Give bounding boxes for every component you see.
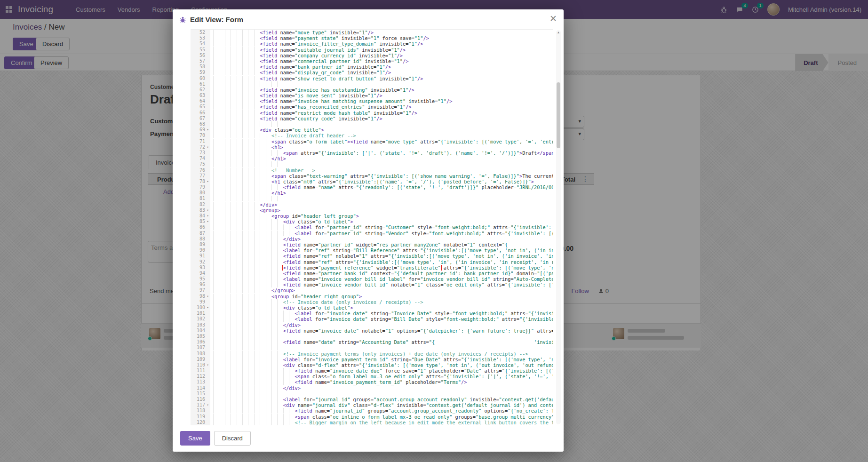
code-line[interactable]: 59▾ <field name="display_qr_code" invisi… — [191, 70, 553, 75]
line-number: 83▾ — [191, 207, 210, 213]
fold-icon[interactable]: ▾ — [205, 213, 210, 219]
code-line[interactable]: 74▾ </h1> — [191, 156, 553, 161]
code-line[interactable]: 101▾ <label for="invoice_date" string="I… — [191, 311, 553, 316]
code-line[interactable]: 104▾ <field name="invoice_date" nolabel=… — [191, 328, 553, 334]
fold-icon[interactable]: ▾ — [205, 402, 210, 408]
code-line[interactable]: 102▾ <label for="invoice_date" string="B… — [191, 316, 553, 322]
code-line[interactable]: 86▾ <label for="partner_id" string="Cust… — [191, 224, 553, 230]
code-line[interactable]: 77▾ <span class="text-warning" attrs="{'… — [191, 173, 553, 179]
fold-icon[interactable]: ▾ — [205, 207, 210, 213]
editor-scrollbar[interactable]: ▲ — [556, 30, 561, 424]
code-line[interactable]: 89▾ <field name="partner_id" widget="res… — [191, 242, 553, 247]
code-line[interactable]: 63▾ <field name="is_move_sent" invisible… — [191, 93, 553, 98]
code-line[interactable]: 88▾ </div> — [191, 236, 553, 242]
code-line[interactable]: 79▾ <field name="name" attrs="{'readonly… — [191, 184, 553, 190]
fold-icon[interactable]: ▾ — [205, 305, 210, 311]
fold-icon[interactable]: ▾ — [205, 362, 210, 368]
code-line[interactable]: 112▾ <span class="o_form_label mx-3 oe_e… — [191, 374, 553, 379]
code-line[interactable]: 115▾ — [191, 391, 553, 397]
code-line[interactable]: 75▾ — [191, 161, 553, 167]
code-line[interactable]: 78▾ <h1 class="mt0" attrs="{'invisible':… — [191, 179, 553, 184]
code-line[interactable]: 64▾ <field name="invoice_has_matching_su… — [191, 98, 553, 104]
code-line[interactable]: 76▾ <!-- Number --> — [191, 167, 553, 173]
code-line[interactable]: 71▾ <span class="o_form_label"><field na… — [191, 139, 553, 144]
code-line[interactable]: 90▾ <label for="ref" string="Bill Refere… — [191, 247, 553, 253]
code-line[interactable]: 57▾ <field name="commercial_partner_id" … — [191, 58, 553, 64]
code-line[interactable]: 118▾ <field name="journal_id" groups="ac… — [191, 408, 553, 414]
line-number: 65▾ — [191, 104, 210, 110]
code-line[interactable]: 73▾ <span attrs="{'invisible': ['|', ('s… — [191, 150, 553, 156]
line-number: 109▾ — [191, 357, 210, 362]
code-line[interactable]: 114▾ </div> — [191, 385, 553, 391]
code-line[interactable]: 94▾ <field name="partner_bank_id" contex… — [191, 271, 553, 276]
code-line[interactable]: 99▾ <!-- Invoice date (only invoices / r… — [191, 299, 553, 305]
code-line[interactable]: 110▾ <div class="d-flex" attrs="{'invisi… — [191, 362, 553, 368]
code-line[interactable]: 61▾ — [191, 81, 553, 87]
code-line[interactable]: 120▾ <!-- Bigger margin on the left beca… — [191, 420, 553, 425]
code-line[interactable]: 84▾ <group id="header_left_group"> — [191, 213, 553, 219]
code-line[interactable]: 92▾ <field name="ref" attrs="{'invisible… — [191, 259, 553, 265]
code-line[interactable]: 65▾ <field name="has_reconciled_entries"… — [191, 104, 553, 110]
dialog-footer: Save Discard — [180, 431, 251, 446]
code-line[interactable]: 87▾ <label for="partner_id" string="Vend… — [191, 231, 553, 236]
fold-icon[interactable]: ▾ — [205, 294, 210, 299]
line-number: 82▾ — [191, 202, 210, 207]
fold-icon[interactable]: ▾ — [205, 127, 210, 133]
code-line[interactable]: 100▾ <div class="o_td_label"> — [191, 305, 553, 311]
code-line[interactable]: 97▾ </group> — [191, 287, 553, 293]
code-line[interactable]: 55▾ <field name="suitable_journal_ids" i… — [191, 47, 553, 53]
code-line[interactable]: 108▾ <!-- Invoice payment terms (only in… — [191, 351, 553, 357]
code-line[interactable]: 66▾ <field name="restrict_mode_hash_tabl… — [191, 110, 553, 116]
code-line[interactable]: 70▾ <!-- Invoice draft header --> — [191, 133, 553, 138]
close-icon[interactable]: ✕ — [549, 13, 557, 24]
code-line[interactable]: 53▾ <field name="payment_state" invisibl… — [191, 35, 553, 41]
line-number: 70▾ — [191, 133, 210, 138]
code-line[interactable]: 111▾ <field name="invoice_date_due" forc… — [191, 368, 553, 374]
code-line[interactable]: 107▾ — [191, 345, 553, 350]
dialog-discard-button[interactable]: Discard — [214, 431, 251, 446]
code-line[interactable]: 69▾ <div class="oe_title"> — [191, 127, 553, 133]
code-line[interactable]: 72▾ <h1> — [191, 144, 553, 150]
code-line[interactable]: 83▾ <group> — [191, 207, 553, 213]
code-line[interactable]: 52▾ <field name="move_type" invisible="1… — [191, 30, 553, 35]
code-line[interactable]: 56▾ <field name="company_currency_id" in… — [191, 53, 553, 58]
fold-icon[interactable]: ▾ — [205, 179, 210, 184]
code-line[interactable]: 62▾ <field name="invoice_has_outstanding… — [191, 87, 553, 93]
code-line[interactable]: 109▾ <label for="invoice_payment_term_id… — [191, 357, 553, 362]
code-line[interactable]: 93▾ <field name="payment_reference" widg… — [191, 265, 553, 271]
code-line[interactable]: 91▾ <field name="ref" nolabel="1" attrs=… — [191, 253, 553, 259]
code-line[interactable]: 105▾ — [191, 334, 553, 339]
code-line[interactable]: 96▾ <field name="invoice_vendor_bill_id"… — [191, 282, 553, 287]
code-line[interactable]: 117▾ <div name="journal_div" class="d-fl… — [191, 402, 553, 408]
code-line[interactable]: 82▾ </div> — [191, 202, 553, 207]
code-line[interactable]: 103▾ </div> — [191, 322, 553, 328]
code-line[interactable]: 54▾ <field name="invoice_filter_type_dom… — [191, 41, 553, 47]
code-line[interactable]: 98▾ <group id="header_right_group"> — [191, 294, 553, 299]
code-line[interactable]: 106▾ <field name="date" string="Accounti… — [191, 339, 553, 345]
code-line[interactable]: 67▾ <field name="country_code" invisible… — [191, 116, 553, 121]
code-line[interactable]: 113▾ <field name="invoice_payment_term_i… — [191, 379, 553, 385]
fold-icon[interactable]: ▾ — [205, 219, 210, 224]
code-line[interactable]: 85▾ <div class="o_td_label"> — [191, 219, 553, 224]
line-number: 80▾ — [191, 190, 210, 196]
code-line[interactable]: 116▾ <label for="journal_id" groups="acc… — [191, 397, 553, 402]
scroll-up-icon[interactable]: ▲ — [556, 31, 561, 34]
code-line[interactable]: 95▾ <label name="invoice_vendor_bill_id_… — [191, 276, 553, 282]
line-number: 59▾ — [191, 70, 210, 75]
line-number: 56▾ — [191, 53, 210, 58]
line-number: 98▾ — [191, 294, 210, 299]
dialog-save-button[interactable]: Save — [180, 431, 210, 446]
code-editor[interactable]: 52▾ <field name="move_type" invisible="1… — [191, 29, 553, 426]
line-number: 88▾ — [191, 236, 210, 242]
bug-icon — [179, 16, 186, 23]
code-line[interactable]: 81▾ — [191, 196, 553, 201]
code-line[interactable]: 60▾ <field name="show_reset_to_draft_but… — [191, 76, 553, 81]
code-line[interactable]: 68▾ — [191, 121, 553, 127]
fold-icon[interactable]: ▾ — [205, 144, 210, 150]
line-number: 118▾ — [191, 408, 210, 414]
code-line[interactable]: 119▾ <span class="oe_inline o_form_label… — [191, 414, 553, 420]
scrollbar-thumb[interactable] — [557, 82, 560, 148]
code-line[interactable]: 80▾ </h1> — [191, 190, 553, 196]
code-line[interactable]: 58▾ <field name="bank_partner_id" invisi… — [191, 64, 553, 70]
screen: Invoicing Customers Vendors Reporting Co… — [0, 0, 868, 462]
